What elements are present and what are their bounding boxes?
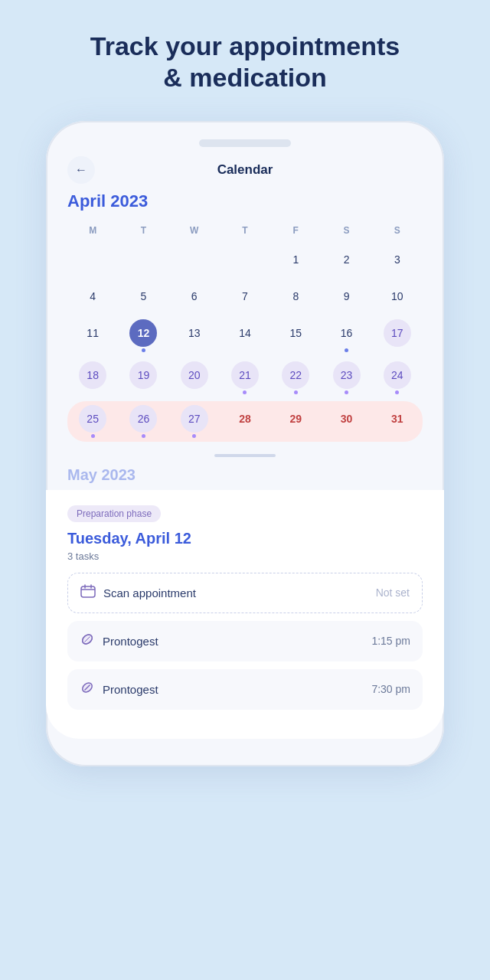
page-headline: Track your appointments& medication xyxy=(90,31,400,93)
cal-cell-empty1 xyxy=(67,243,118,276)
day-dot-22 xyxy=(294,390,298,394)
day-dot-26 xyxy=(142,434,145,438)
cal-cell-12-today[interactable]: 12 xyxy=(118,317,168,354)
cal-cell-15[interactable]: 15 xyxy=(270,317,321,354)
cal-cell-26[interactable]: 26 xyxy=(118,403,168,440)
pill-icon-2 xyxy=(80,680,95,699)
day-dot-27 xyxy=(192,434,196,438)
cal-cell-27[interactable]: 27 xyxy=(169,403,220,440)
calendar-title: Calendar xyxy=(217,162,273,178)
day-dot-24 xyxy=(395,390,399,394)
cal-cell-16[interactable]: 16 xyxy=(321,317,371,354)
task-value-p1: 1:15 pm xyxy=(371,635,410,647)
day-header-s1: S xyxy=(321,222,371,239)
cal-cell-30[interactable]: 30 xyxy=(321,403,371,440)
calendar-icon xyxy=(80,584,96,602)
calendar-row-4: 18 19 20 21 22 23 24 xyxy=(67,359,423,397)
task-prontogest-1[interactable]: Prontogest 1:15 pm xyxy=(67,621,423,662)
cal-cell-14[interactable]: 14 xyxy=(220,317,270,354)
cal-cell-17[interactable]: 17 xyxy=(372,317,423,354)
phase-badge: Preparation phase xyxy=(67,505,161,522)
task-value-p2: 7:30 pm xyxy=(371,683,410,695)
cal-cell-2[interactable]: 2 xyxy=(321,243,371,276)
pill-icon-1 xyxy=(80,632,95,651)
calendar-grid: M T W T F S S 1 2 3 4 5 xyxy=(67,222,423,442)
task-left-p2: Prontogest xyxy=(80,680,158,699)
cal-cell-4[interactable]: 4 xyxy=(67,280,118,312)
cal-cell-25[interactable]: 25 xyxy=(67,403,118,440)
task-left-scan: Scan appointment xyxy=(80,584,196,602)
calendar-header: ← Calendar xyxy=(67,162,423,178)
month-label: April 2023 xyxy=(67,191,423,211)
cal-cell-11[interactable]: 11 xyxy=(67,317,118,354)
cal-cell-empty3 xyxy=(169,243,220,276)
cal-cell-29[interactable]: 29 xyxy=(270,403,321,440)
cal-cell-9[interactable]: 9 xyxy=(321,280,371,312)
day-header-s2: S xyxy=(372,222,423,239)
task-name-scan: Scan appointment xyxy=(103,586,196,599)
phone-notch xyxy=(199,139,291,147)
day-header-f: F xyxy=(270,222,321,239)
day-dot-12 xyxy=(142,348,145,352)
task-value-scan: Not set xyxy=(376,586,410,599)
task-scan-appointment[interactable]: Scan appointment Not set xyxy=(67,573,423,613)
cal-cell-24[interactable]: 24 xyxy=(372,359,423,397)
cal-cell-6[interactable]: 6 xyxy=(169,280,220,312)
cal-cell-13[interactable]: 13 xyxy=(169,317,220,354)
tasks-count: 3 tasks xyxy=(67,550,423,562)
cal-cell-8[interactable]: 8 xyxy=(270,280,321,312)
phone-frame: ← Calendar April 2023 M T W T F S S xyxy=(46,121,444,766)
bottom-panel: Preparation phase Tuesday, April 12 3 ta… xyxy=(46,490,444,739)
phone-inner: ← Calendar April 2023 M T W T F S S xyxy=(46,162,444,484)
cal-cell-21[interactable]: 21 xyxy=(220,359,270,397)
cal-cell-31[interactable]: 31 xyxy=(372,403,423,440)
cal-cell-7[interactable]: 7 xyxy=(220,280,270,312)
cal-cell-10[interactable]: 10 xyxy=(372,280,423,312)
day-header-m: M xyxy=(67,222,118,239)
cal-cell-23[interactable]: 23 xyxy=(321,359,371,397)
cal-cell-19[interactable]: 19 xyxy=(118,359,168,397)
task-name-p2: Prontogest xyxy=(103,683,158,696)
cal-cell-28[interactable]: 28 xyxy=(220,403,270,440)
cal-cell-18[interactable]: 18 xyxy=(67,359,118,397)
cal-cell-20[interactable]: 20 xyxy=(169,359,220,397)
back-button[interactable]: ← xyxy=(67,156,95,184)
day-dot-23 xyxy=(345,390,348,394)
back-arrow-icon: ← xyxy=(75,163,87,177)
day-dot-21 xyxy=(243,390,247,394)
day-header-t2: T xyxy=(220,222,270,239)
cal-cell-empty2 xyxy=(118,243,168,276)
svg-rect-0 xyxy=(81,586,95,597)
day-headers-row: M T W T F S S xyxy=(67,222,423,239)
calendar-row-1: 1 2 3 xyxy=(67,243,423,276)
cal-cell-5[interactable]: 5 xyxy=(118,280,168,312)
cal-cell-3[interactable]: 3 xyxy=(372,243,423,276)
day-dot-25 xyxy=(91,434,95,438)
task-left-p1: Prontogest xyxy=(80,632,158,651)
task-name-p1: Prontogest xyxy=(103,635,158,648)
date-heading: Tuesday, April 12 xyxy=(67,530,423,547)
task-prontogest-2[interactable]: Prontogest 7:30 pm xyxy=(67,669,423,710)
calendar-row-3: 11 12 13 14 15 16 17 xyxy=(67,317,423,354)
calendar-row-5: 25 26 27 28 29 30 xyxy=(67,401,423,442)
day-header-t1: T xyxy=(118,222,168,239)
cal-cell-empty4 xyxy=(220,243,270,276)
cal-cell-1[interactable]: 1 xyxy=(270,243,321,276)
day-dot-16 xyxy=(345,348,348,352)
day-header-w: W xyxy=(169,222,220,239)
calendar-row-2: 4 5 6 7 8 9 10 xyxy=(67,280,423,312)
cal-cell-22[interactable]: 22 xyxy=(270,359,321,397)
next-month-peek: May 2023 xyxy=(67,457,423,484)
